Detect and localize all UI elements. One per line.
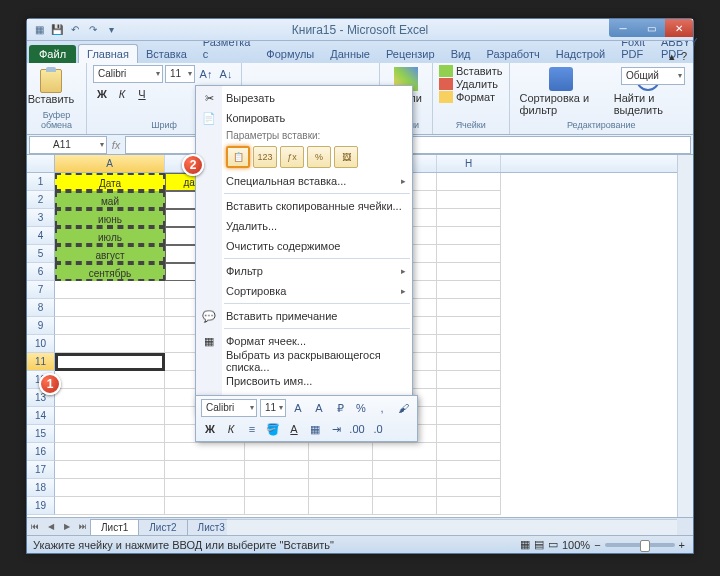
mini-grow-font-icon[interactable]: A [289,399,307,417]
mini-italic-icon[interactable]: К [222,420,240,438]
mini-font-color-icon[interactable]: A [285,420,303,438]
cell[interactable] [437,263,501,281]
view-normal-icon[interactable]: ▦ [520,538,530,551]
cell[interactable] [165,479,245,497]
mini-center-icon[interactable]: ≡ [243,420,261,438]
mini-font-combo[interactable]: Calibri [201,399,257,417]
maximize-button[interactable]: ▭ [637,19,665,37]
fx-icon[interactable]: fx [107,139,125,151]
tab-developer[interactable]: Разработч [479,45,548,63]
col-header-h[interactable]: H [437,155,501,172]
cell[interactable]: июль [55,227,165,245]
cell[interactable] [437,371,501,389]
paste-button[interactable]: Вставить [33,65,69,109]
cell[interactable] [165,497,245,515]
cells-delete-button[interactable]: Удалить [439,78,503,90]
cell[interactable] [373,497,437,515]
cell[interactable] [55,389,165,407]
ctx-clear[interactable]: Очистить содержимое [196,236,412,256]
cell[interactable] [55,371,165,389]
row-header[interactable]: 5 [27,245,55,263]
minimize-button[interactable]: ─ [609,19,637,37]
cell[interactable] [437,299,501,317]
row-header[interactable]: 18 [27,479,55,497]
row-header[interactable]: 6 [27,263,55,281]
cell[interactable] [55,335,165,353]
italic-icon[interactable]: К [113,85,131,103]
ctx-cut[interactable]: ✂Вырезать [196,88,412,108]
row-header[interactable]: 3 [27,209,55,227]
tab-review[interactable]: Рецензир [378,45,443,63]
cell[interactable] [437,407,501,425]
tab-formulas[interactable]: Формулы [258,45,322,63]
ctx-sort[interactable]: Сортировка [196,281,412,301]
shrink-font-icon[interactable]: A↓ [217,65,235,83]
row-header[interactable]: 19 [27,497,55,515]
close-button[interactable]: ✕ [665,19,693,37]
cell[interactable] [437,443,501,461]
mini-merge-icon[interactable]: ⇥ [327,420,345,438]
minimize-ribbon-icon[interactable]: ▴ [669,50,675,63]
cell[interactable] [55,317,165,335]
paste-opt-picture[interactable]: 🖼 [334,146,358,168]
mini-fill-color-icon[interactable]: 🪣 [264,420,282,438]
vertical-scrollbar[interactable] [677,155,693,525]
cell[interactable]: август [55,245,165,263]
zoom-slider[interactable] [605,543,675,547]
sheet-nav-last[interactable]: ⏭ [75,519,91,535]
help-icon[interactable]: ? [681,50,687,63]
view-pagebreak-icon[interactable]: ▭ [548,538,558,551]
cell[interactable]: май [55,191,165,209]
cell[interactable] [309,461,373,479]
undo-icon[interactable]: ↶ [67,22,83,38]
row-header[interactable]: 14 [27,407,55,425]
view-layout-icon[interactable]: ▤ [534,538,544,551]
horizontal-scrollbar[interactable] [227,519,677,535]
ctx-paste-special[interactable]: Специальная вставка... [196,171,412,191]
sheet-nav-prev[interactable]: ◀ [43,519,59,535]
cell[interactable] [437,209,501,227]
cell[interactable] [165,461,245,479]
mini-decrease-decimal-icon[interactable]: .0 [369,420,387,438]
mini-bold-icon[interactable]: Ж [201,420,219,438]
mini-borders-icon[interactable]: ▦ [306,420,324,438]
font-size-combo[interactable]: 11 [165,65,195,83]
paste-opt-formulas[interactable]: ƒx [280,146,304,168]
cell[interactable] [437,335,501,353]
row-header[interactable]: 2 [27,191,55,209]
sheet-tab-1[interactable]: Лист1 [90,519,139,535]
row-header[interactable]: 8 [27,299,55,317]
ctx-format-cells[interactable]: ▦Формат ячеек... [196,331,412,351]
cell[interactable] [55,497,165,515]
select-all-corner[interactable] [27,155,55,172]
cell[interactable] [309,479,373,497]
mini-size-combo[interactable]: 11 [260,399,286,417]
name-box[interactable]: A11 [29,136,107,154]
ctx-copy[interactable]: 📄Копировать [196,108,412,128]
ctx-insert-comment[interactable]: 💬Вставить примечание [196,306,412,326]
cell[interactable] [437,191,501,209]
cell[interactable] [245,497,309,515]
col-header-a[interactable]: A [55,155,165,172]
cell[interactable] [55,461,165,479]
cell[interactable] [165,443,245,461]
tab-insert[interactable]: Вставка [138,45,195,63]
ctx-filter[interactable]: Фильтр [196,261,412,281]
mini-format-painter-icon[interactable]: 🖌 [394,399,412,417]
save-icon[interactable]: 💾 [49,22,65,38]
cell[interactable] [55,443,165,461]
file-tab[interactable]: Файл [29,45,76,63]
cell[interactable] [245,479,309,497]
cell[interactable] [437,245,501,263]
tab-data[interactable]: Данные [322,45,378,63]
cell[interactable] [437,389,501,407]
cell[interactable] [55,281,165,299]
font-name-combo[interactable]: Calibri [93,65,163,83]
cell[interactable] [373,479,437,497]
mini-shrink-font-icon[interactable]: A [310,399,328,417]
row-header[interactable]: 7 [27,281,55,299]
tab-home[interactable]: Главная [78,44,138,63]
row-header[interactable]: 17 [27,461,55,479]
paste-opt-all[interactable]: 📋 [226,146,250,168]
cell[interactable]: Дата [55,173,165,191]
